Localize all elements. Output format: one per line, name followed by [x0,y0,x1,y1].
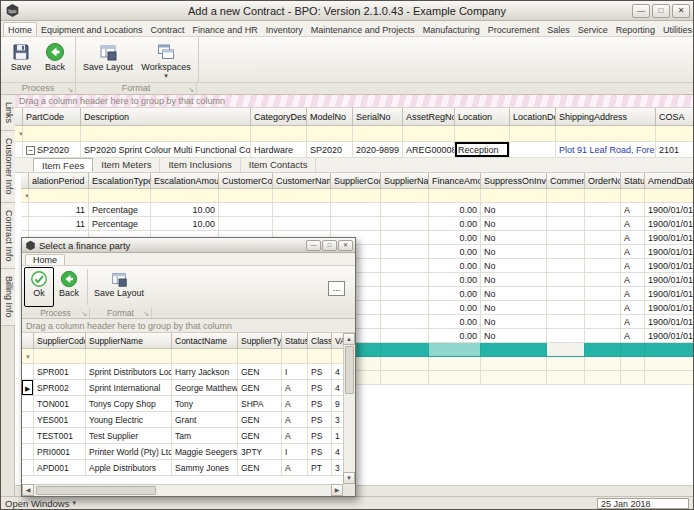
grid-cell[interactable]: Test Supplier [86,428,172,444]
grid-cell[interactable]: 1900/01/01 [645,287,693,301]
grid-cell[interactable]: A [621,203,645,217]
grid-cell[interactable] [86,349,172,364]
grid-cell[interactable] [547,189,585,203]
grid-cell[interactable]: 3 [332,460,343,476]
grid-cell[interactable] [22,396,34,412]
column-header[interactable]: SupplierType [238,333,282,349]
grid-cell[interactable]: GEN [238,364,282,380]
grid-cell[interactable]: 1900/01/01 [645,301,693,315]
grid-cell[interactable] [381,301,429,315]
grid-cell[interactable]: 11 [29,203,89,217]
grid-cell[interactable]: Percentage [89,217,151,231]
grid-cell[interactable]: GEN [238,460,282,476]
save-button[interactable]: Save [4,39,38,80]
grid-cell[interactable] [656,126,693,142]
grid-cell[interactable] [621,189,645,203]
grid-cell[interactable] [547,217,585,231]
grid-cell[interactable]: Apple Distributors [86,460,172,476]
column-header[interactable]: PartCode [23,108,81,126]
grid-cell[interactable] [585,315,621,329]
grid-cell[interactable] [22,428,34,444]
grid-cell[interactable] [429,343,481,357]
grid-cell[interactable]: Tam [172,428,238,444]
grid-cell[interactable] [273,189,331,203]
grid-cell[interactable] [547,315,585,329]
grid-cell[interactable]: 10.00 [151,203,219,217]
sidebar-item-customer-info[interactable]: Customer Info [1,131,15,203]
grid-cell[interactable] [585,301,621,315]
grid-cell[interactable]: 0.00 [429,273,481,287]
grid-cell[interactable] [585,371,621,385]
grid-cell[interactable] [219,189,273,203]
scroll-up-icon[interactable]: ▲ [343,333,355,345]
column-header[interactable]: AmendDate [645,173,693,189]
dialog-horizontal-scrollbar[interactable]: ◀ ▶ [22,484,343,496]
grid-cell[interactable]: No [481,315,547,329]
back-button[interactable]: Back [38,39,72,80]
grid-cell[interactable]: No [481,287,547,301]
column-header[interactable]: Description [81,108,251,126]
grid-cell[interactable]: YES001 [34,412,86,428]
grid-cell[interactable] [547,259,585,273]
grid-cell[interactable]: −SP2020 [23,142,81,158]
grid-cell[interactable]: A [621,231,645,245]
column-header[interactable]: SupplierCode [331,173,381,189]
column-header[interactable]: SerialNo [353,108,403,126]
grid-cell[interactable] [547,245,585,259]
grid-cell[interactable]: PS [308,412,332,428]
grid-cell[interactable] [585,329,621,343]
grid-cell[interactable] [273,203,331,217]
grid-cell[interactable]: 1900/01/01 [645,217,693,231]
grid-cell[interactable] [381,245,429,259]
grid-cell[interactable] [29,189,89,203]
column-header[interactable]: SupplierCode [34,333,86,349]
ribbon-tab-sales[interactable]: Sales [543,23,574,36]
column-header[interactable]: Location [455,108,510,126]
table-row[interactable]: ▼ [22,349,343,364]
grid-cell[interactable]: GEN [238,412,282,428]
grid-cell[interactable]: No [481,231,547,245]
grid-cell[interactable] [510,142,556,158]
grid-cell[interactable]: A [621,217,645,231]
grid-cell[interactable]: GEN [238,428,282,444]
grid-cell[interactable]: GEN [238,380,282,396]
grid-cell[interactable] [585,203,621,217]
grid-cell[interactable] [547,231,585,245]
grid-cell[interactable] [585,231,621,245]
grid-cell[interactable]: 1900/01/01 [645,315,693,329]
grid-cell[interactable]: A [621,329,645,343]
grid-cell[interactable]: George Matthews [172,380,238,396]
grid-cell[interactable]: 4 [332,364,343,380]
grid-cell[interactable] [381,259,429,273]
grid-cell[interactable]: PS [308,364,332,380]
grid-cell[interactable]: A [621,287,645,301]
grid-cell[interactable]: PS [308,444,332,460]
grid-cell[interactable]: A [282,396,308,412]
grid-cell[interactable] [547,357,585,371]
column-header[interactable]: OrderNo [585,173,621,189]
grid-cell[interactable] [381,357,429,371]
grid-cell[interactable] [556,126,656,142]
grid-cell[interactable]: I [282,444,308,460]
open-windows-button[interactable]: Open Windows [5,498,69,509]
grid-cell[interactable] [308,349,332,364]
grid-cell[interactable]: TON001 [34,396,86,412]
grid-cell[interactable] [381,231,429,245]
grid-cell[interactable] [585,343,621,357]
column-header[interactable]: SuppressOnInvoice [481,173,547,189]
ribbon-tab-service[interactable]: Service [574,23,612,36]
scrollbar-thumb[interactable] [345,346,354,394]
grid-cell[interactable]: Tonys Copy Shop [86,396,172,412]
grid-cell[interactable]: Plot 91 Leaf Road, Forest Hills, [556,142,656,158]
dialog-vertical-scrollbar[interactable]: ▲ ▼ [343,333,355,484]
grid-cell[interactable]: Sammy Jones [172,460,238,476]
grid-cell[interactable] [645,371,693,385]
ribbon-tab-manufacturing[interactable]: Manufacturing [419,23,484,36]
table-row[interactable]: APD001Apple DistributorsSammy JonesGENAP… [22,460,343,476]
dialog-save-layout-button[interactable]: Save Layout [91,267,147,307]
grid-cell[interactable] [547,287,585,301]
grid-cell[interactable] [331,203,381,217]
grid-cell[interactable]: Percentage [89,203,151,217]
column-header[interactable] [22,333,34,349]
table-row[interactable]: 11Percentage10.000.00NoA1900/01/01 [21,203,693,217]
